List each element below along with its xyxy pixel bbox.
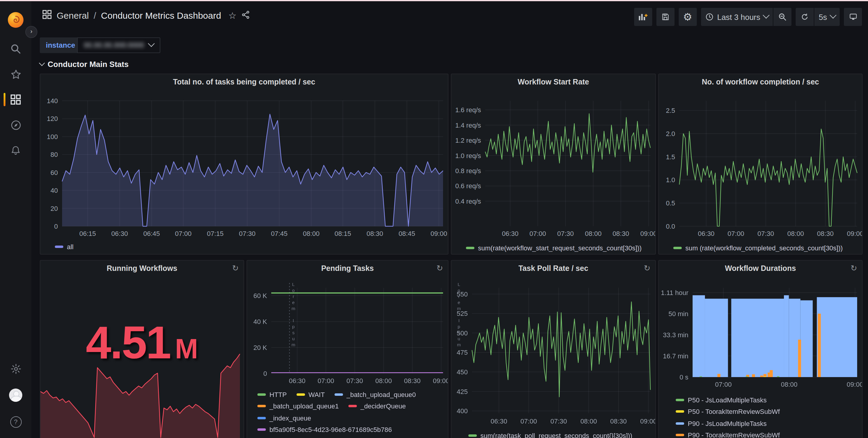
panel-title[interactable]: Total no. of tasks being completed / sec: [40, 74, 448, 90]
breadcrumb-separator: /: [94, 10, 96, 21]
panel-refresh-icon[interactable]: ↻: [436, 264, 443, 273]
svg-text:33.3 min: 33.3 min: [663, 331, 688, 339]
legend-swatch: [296, 393, 305, 396]
search-icon[interactable]: [0, 40, 31, 58]
panel-title[interactable]: Workflow Start Rate: [452, 74, 655, 90]
svg-text:08:00: 08:00: [581, 417, 597, 425]
panel-pending-tasks: Pending Tasks ↻ 06:3007:0007:3008:0008:3…: [247, 260, 448, 438]
panel-legend: sum (rate(workflow_completed_seconds_cou…: [673, 242, 843, 254]
breadcrumb: General / Conductor Metrics Dashboard ☆: [42, 10, 250, 21]
legend-label: _index_queue: [270, 414, 311, 422]
panel-legend: sum(rate(workflow_start_request_seconds_…: [466, 242, 642, 254]
instance-variable-dropdown[interactable]: 00.00.00.000:0000: [77, 37, 160, 53]
breadcrumb-section[interactable]: General: [57, 10, 89, 21]
tasks-completed-chart[interactable]: 06:1506:3006:4507:0007:1507:3007:4508:00…: [40, 74, 448, 254]
svg-text:07:30: 07:30: [557, 230, 574, 237]
breadcrumb-title[interactable]: Conductor Metrics Dashboard: [101, 10, 221, 21]
panel-refresh-icon[interactable]: ↻: [232, 264, 239, 273]
svg-text:400: 400: [457, 407, 468, 415]
panel-title[interactable]: Task Poll Rate / sec: [452, 261, 655, 276]
panel-title[interactable]: Pending Tasks: [247, 261, 448, 276]
legend-swatch: [676, 399, 684, 401]
svg-text:0.4 req/s: 0.4 req/s: [455, 198, 481, 205]
svg-text:06:30: 06:30: [289, 377, 306, 385]
stat-unit: M: [175, 332, 198, 365]
panel-legend: all: [55, 241, 73, 253]
panel-legend: P50 - JsLoadMultipleTasks P50 - ToorakIt…: [676, 394, 780, 438]
svg-text:09:00: 09:00: [640, 230, 655, 237]
svg-text:1.0: 1.0: [666, 176, 675, 184]
dashboards-icon-active[interactable]: [0, 90, 31, 109]
row-conductor-main-stats[interactable]: Conductor Main Stats: [31, 57, 129, 71]
workflow-start-rate-chart[interactable]: 06:3007:0007:3008:0008:3009:000.4 req/s0…: [452, 74, 655, 254]
svg-text:1.4 req/s: 1.4 req/s: [455, 122, 481, 129]
svg-text:06:30: 06:30: [502, 230, 518, 237]
dashboard-toolbar: ⚙ Last 3 hours 5s: [634, 8, 862, 26]
dashboard-settings-button[interactable]: ⚙: [678, 8, 696, 26]
sidebar-expand-button[interactable]: ›: [25, 26, 37, 38]
panel-task-poll-rate: Task Poll Rate / sec ↻ 06:3007:0007:3008…: [451, 260, 656, 438]
legend-label: WAIT: [308, 391, 324, 398]
workflow-completion-chart[interactable]: 06:3007:0007:3008:0008:3009:000.00.51.01…: [659, 74, 862, 254]
svg-text:20 K: 20 K: [253, 344, 267, 351]
refresh-dashboard-button[interactable]: [796, 8, 814, 26]
legend-label: P90 - JsLoadMultipleTasks: [688, 420, 767, 427]
svg-text:09:00: 09:00: [433, 377, 448, 385]
svg-text:0.5: 0.5: [666, 199, 675, 207]
task-poll-rate-chart[interactable]: 06:3007:0007:3008:0008:3009:004004254504…: [452, 261, 655, 438]
dashboard-grid-icon[interactable]: [42, 10, 52, 21]
settings-gear-icon[interactable]: [0, 359, 31, 378]
add-panel-button[interactable]: [634, 8, 652, 26]
legend-label: sum(rate(task_poll_request_seconds_count…: [480, 432, 632, 438]
panel-title[interactable]: No. of workflow completion / sec: [659, 74, 862, 90]
svg-text:07:30: 07:30: [239, 230, 255, 237]
svg-text:100: 100: [47, 133, 58, 141]
svg-text:08:00: 08:00: [303, 230, 319, 237]
svg-text:08:30: 08:30: [367, 230, 383, 237]
stat-value: 4.51: [86, 316, 170, 369]
svg-text:07:00: 07:00: [715, 381, 732, 388]
svg-text:09:00: 09:00: [847, 230, 862, 237]
refresh-controls: 5s: [796, 8, 840, 26]
alerting-bell-icon[interactable]: [0, 141, 31, 159]
grafana-logo-icon[interactable]: [8, 12, 24, 28]
annotation-label: Lorem Ipsum: [290, 282, 296, 348]
svg-text:2.0: 2.0: [666, 130, 675, 138]
legend-swatch: [335, 393, 343, 396]
svg-text:08:30: 08:30: [610, 417, 627, 425]
help-icon[interactable]: ?: [0, 413, 31, 431]
dashboard-header: General / Conductor Metrics Dashboard ☆ …: [31, 1, 868, 34]
legend-label: bf5a90f5-8ec5-4d23-96e8-671689c5b786: [270, 426, 392, 434]
svg-text:40: 40: [51, 187, 58, 194]
legend-swatch: [466, 247, 474, 249]
zoom-out-time-button[interactable]: [774, 8, 792, 26]
svg-text:07:00: 07:00: [530, 230, 546, 237]
explore-compass-icon[interactable]: [0, 116, 31, 134]
annotation-label: Lorem Ipsum: [456, 282, 462, 348]
svg-text:08:00: 08:00: [585, 230, 601, 237]
svg-text:09:00: 09:00: [640, 417, 655, 425]
legend-label: _batch_upload_queue1: [270, 403, 339, 410]
svg-text:07:15: 07:15: [207, 230, 224, 237]
stat-value-wrap: 4.51 M: [40, 316, 244, 369]
avatar-icon: [9, 388, 22, 402]
starred-icon[interactable]: [0, 65, 31, 83]
save-dashboard-button[interactable]: [656, 8, 674, 26]
svg-text:0.8 req/s: 0.8 req/s: [455, 167, 481, 175]
refresh-interval-picker[interactable]: 5s: [815, 8, 840, 26]
panel-title[interactable]: Running Workflows: [40, 261, 244, 276]
panel-refresh-icon[interactable]: ↻: [644, 264, 650, 273]
grafana-dashboard: ? › General / Conductor Metrics Dashboar…: [0, 0, 868, 438]
panel-title[interactable]: Workflow Durations: [659, 261, 862, 276]
panel-refresh-icon[interactable]: ↻: [850, 264, 857, 273]
svg-text:20: 20: [51, 205, 58, 212]
time-range-picker[interactable]: Last 3 hours: [701, 8, 773, 26]
svg-text:475: 475: [457, 349, 468, 356]
user-avatar[interactable]: [0, 386, 31, 404]
svg-text:07:30: 07:30: [757, 230, 774, 237]
cycle-view-mode-button[interactable]: [844, 8, 862, 26]
star-dashboard-icon[interactable]: ☆: [228, 10, 237, 21]
share-icon[interactable]: [241, 10, 250, 21]
svg-text:06:30: 06:30: [111, 230, 128, 237]
active-indicator: [4, 93, 5, 106]
